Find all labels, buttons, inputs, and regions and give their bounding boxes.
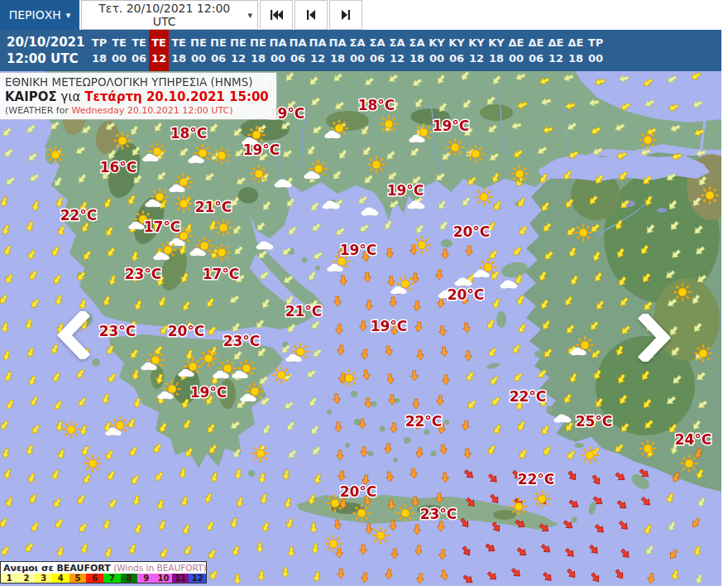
timeline-slot[interactable]: ΚΥ12 (467, 30, 486, 71)
timeline-slot[interactable]: ΠΕ12 (228, 30, 248, 71)
caret-down-icon: ▾ (66, 11, 71, 20)
temperature-label: 22°C (518, 471, 555, 488)
timeline-slot[interactable]: ΠΕ00 (189, 30, 208, 71)
sun-icon (113, 132, 131, 149)
timeline-slot[interactable]: ΤΕ06 (129, 30, 149, 71)
datetime-dropdown-button[interactable]: Τετ. 20/10/2021 12:00 UTC ▾ (81, 0, 258, 30)
timeline-slot[interactable]: ΠΑ00 (268, 30, 288, 71)
timeline-slot[interactable]: ΔΕ00 (506, 30, 526, 71)
slot-day: ΤΡ (588, 36, 603, 49)
sun-icon (413, 236, 430, 253)
slot-day: ΔΕ (509, 36, 524, 49)
slot-hour: 00 (509, 52, 524, 65)
timeline-slot[interactable]: ΤΕ00 (109, 30, 129, 71)
timeline-bar: 20/10/2021 12:00 UTC ΤΡ18ΤΕ00ΤΕ06ΤΕ12ΤΕ1… (0, 30, 721, 71)
beaufort-cell: 9 (137, 574, 155, 583)
sun-icon (340, 369, 357, 387)
temperature-label: 22°C (510, 388, 547, 405)
slot-day: ΠΑ (309, 36, 327, 49)
sun-icon (510, 497, 527, 515)
legend-title: Ανεμοι σε BEAUFORT (Winds in BEAUFORT) (1, 562, 206, 574)
timeline-slot[interactable]: ΣΑ06 (367, 30, 387, 71)
step-forward-button[interactable] (329, 0, 362, 30)
timeline-slot[interactable]: ΔΕ06 (526, 30, 546, 71)
sun-icon (380, 115, 397, 132)
sun-icon (175, 195, 192, 212)
slot-hour: 18 (251, 52, 266, 65)
forecast-info-box: ΕΘΝΙΚΗ ΜΕΤΕΩΡΟΛΟΓΙΚΗ ΥΠΗΡΕΣΙΑ (HNMS) ΚΑΙ… (0, 73, 276, 119)
sun-icon (251, 444, 269, 462)
timeline-slot[interactable]: ΣΑ18 (407, 30, 427, 71)
slot-hour: 00 (588, 52, 603, 65)
slot-day: ΤΕ (132, 36, 146, 49)
sun-icon (84, 454, 101, 472)
temperature-label: 23°C (125, 266, 162, 282)
sun-icon (673, 283, 691, 300)
map-next-button[interactable] (635, 314, 673, 362)
timeline-slot[interactable]: ΤΕ18 (169, 30, 189, 71)
slot-hour: 00 (429, 52, 444, 65)
slot-day: ΚΥ (468, 36, 485, 49)
slot-hour: 06 (370, 52, 385, 65)
skip-to-first-icon (271, 10, 283, 20)
beaufort-scale: 123456789101112 (1, 574, 206, 583)
timeline-slot[interactable]: ΠΑ06 (288, 30, 308, 71)
timeline-slot[interactable]: ΔΕ12 (546, 30, 566, 71)
temperature-label: 16°C (100, 159, 137, 175)
timeline-slot[interactable]: ΚΥ00 (427, 30, 447, 71)
slot-hour: 12 (310, 52, 325, 65)
slot-hour: 12 (390, 52, 405, 65)
temperature-label: 19°C (243, 142, 280, 158)
step-forward-icon (342, 10, 350, 20)
beaufort-cell: 7 (103, 574, 121, 583)
timeline-slot[interactable]: ΠΕ18 (248, 30, 268, 71)
slot-day: ΤΕ (151, 36, 166, 49)
map-prev-button[interactable] (55, 311, 93, 359)
timeline-slot[interactable]: ΤΡ00 (586, 30, 606, 71)
slot-day: ΠΑ (329, 36, 347, 49)
slot-day: ΚΥ (429, 36, 445, 49)
timeline-slot[interactable]: ΣΑ12 (387, 30, 407, 71)
region-dropdown-button[interactable]: ΠΕΡΙΟΧΗ ▾ (0, 0, 79, 30)
timeline-slot[interactable]: ΤΡ18 (89, 30, 109, 71)
slot-day: ΤΕ (112, 36, 127, 49)
sun-icon (446, 138, 463, 156)
forecast-subtitle: (WEATHER for Wednesday 20.10.2021 12:00 … (5, 105, 269, 117)
timeline-slot[interactable]: ΠΑ18 (328, 30, 347, 71)
slot-day: ΚΥ (448, 36, 465, 49)
beaufort-legend: Ανεμοι σε BEAUFORT (Winds in BEAUFORT) 1… (0, 561, 207, 584)
step-back-button[interactable] (295, 0, 328, 30)
temperature-label: 20°C (453, 223, 491, 240)
timeline-slot[interactable]: ΚΥ06 (447, 30, 467, 71)
sun-icon (272, 366, 290, 383)
sun-icon (467, 145, 484, 162)
skip-to-first-button[interactable] (260, 0, 293, 30)
sun-icon (396, 504, 414, 521)
sun-icon (639, 440, 656, 457)
slot-hour: 18 (171, 52, 186, 65)
sun-icon (475, 188, 492, 205)
slot-hour: 18 (92, 52, 107, 65)
timeline-slot[interactable]: ΠΑ12 (308, 30, 328, 71)
slot-hour: 00 (271, 52, 285, 65)
temperature-label: 19°C (387, 182, 424, 199)
sun-icon (639, 131, 656, 148)
temperature-label: 19°C (190, 384, 228, 401)
timeline-slot[interactable]: ΠΕ06 (208, 30, 228, 71)
slot-day: ΤΕ (171, 36, 186, 49)
slot-hour: 18 (330, 52, 345, 65)
timeline-slot[interactable]: ΚΥ18 (486, 30, 506, 71)
temperature-label: 21°C (195, 199, 232, 215)
timeline-slot[interactable]: ΔΕ18 (566, 30, 586, 71)
slot-hour: 06 (132, 52, 146, 65)
temperature-label: 19°C (340, 242, 377, 258)
temperature-label: 17°C (203, 266, 240, 282)
weather-map[interactable]: 18°C19°C18°C19°C16°C19°C19°C22°C21°C17°C… (0, 71, 721, 586)
slot-day: ΠΕ (250, 36, 266, 49)
beaufort-cell: 1 (1, 574, 18, 583)
slot-day: ΔΕ (548, 36, 564, 49)
timeline-slot-active[interactable]: ΤΕ12 (149, 30, 169, 71)
timeline-slot[interactable]: ΣΑ00 (347, 30, 367, 71)
temperature-label: 18°C (170, 125, 208, 142)
temperature-label: 21°C (285, 303, 323, 319)
